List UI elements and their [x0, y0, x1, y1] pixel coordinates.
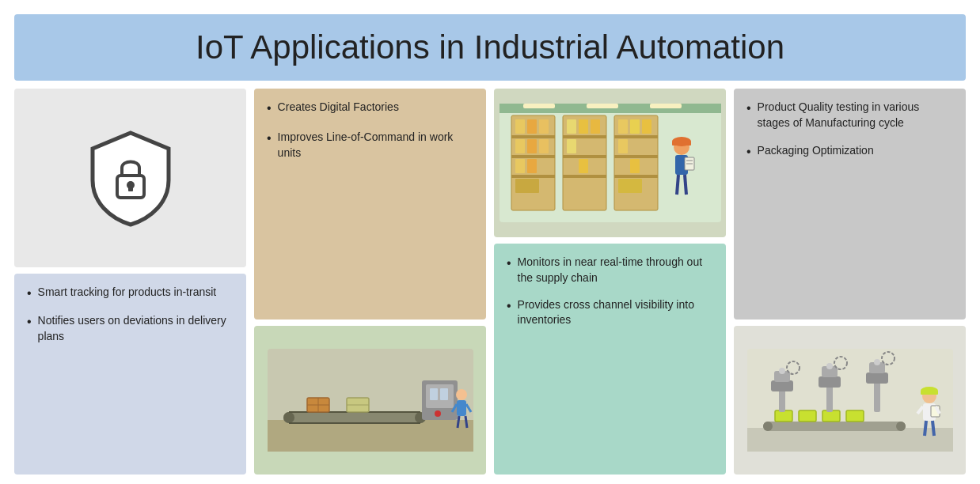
svg-line-24 — [458, 416, 459, 428]
svg-line-68 — [685, 175, 686, 195]
svg-rect-81 — [779, 388, 785, 412]
svg-rect-85 — [826, 384, 833, 412]
svg-rect-70 — [587, 104, 618, 108]
col1: Smart tracking for products in-transit N… — [14, 89, 246, 475]
svg-rect-35 — [515, 139, 525, 153]
svg-rect-47 — [591, 119, 600, 134]
svg-rect-58 — [630, 159, 640, 173]
svg-point-92 — [874, 359, 880, 365]
svg-rect-56 — [642, 119, 651, 134]
svg-rect-90 — [866, 372, 888, 384]
svg-rect-71 — [650, 104, 682, 108]
col2-text-box: Creates Digital Factories Improves Line-… — [254, 89, 486, 320]
svg-point-76 — [896, 422, 906, 431]
col2-bullet1: Creates Digital Factories — [267, 100, 473, 117]
col1-text-box: Smart tracking for products in-transit N… — [14, 274, 246, 475]
svg-rect-18 — [440, 388, 448, 400]
header-banner: IoT Applications in Industrial Automatio… — [14, 14, 966, 81]
col4: Product Quality testing in various stage… — [734, 89, 966, 475]
col2: Creates Digital Factories Improves Line-… — [254, 89, 486, 475]
svg-point-19 — [435, 410, 441, 417]
robot-assembly-icon — [747, 349, 953, 452]
factory-conveyor-icon — [268, 349, 473, 452]
svg-rect-33 — [527, 119, 537, 134]
svg-rect-73 — [747, 428, 953, 452]
col3: Monitors in near real-time through out t… — [494, 89, 726, 475]
svg-rect-48 — [567, 139, 576, 153]
col4-bullet1: Product Quality testing in various stage… — [746, 100, 953, 130]
svg-rect-34 — [539, 119, 549, 134]
col1-bullet2: Notifies users on deviations in delivery… — [27, 313, 234, 344]
page-wrapper: IoT Applications in Industrial Automatio… — [0, 0, 980, 484]
svg-rect-51 — [614, 135, 658, 138]
svg-rect-21 — [457, 400, 466, 416]
svg-rect-40 — [515, 179, 539, 193]
shield-icon — [83, 127, 178, 229]
warehouse-image-box — [494, 89, 726, 237]
svg-point-88 — [826, 363, 833, 369]
svg-rect-80 — [846, 410, 864, 422]
col3-text-box: Monitors in near real-time through out t… — [494, 244, 726, 475]
svg-rect-49 — [579, 159, 588, 173]
svg-rect-37 — [539, 139, 549, 153]
svg-rect-46 — [579, 119, 588, 134]
svg-rect-78 — [799, 410, 816, 422]
svg-rect-17 — [430, 388, 438, 400]
svg-rect-82 — [771, 380, 793, 391]
content-grid: Smart tracking for products in-transit N… — [14, 89, 966, 475]
svg-rect-39 — [527, 159, 537, 173]
col3-bullet1: Monitors in near real-time through out t… — [507, 255, 713, 285]
svg-rect-57 — [618, 139, 628, 153]
svg-point-75 — [763, 422, 773, 431]
svg-rect-55 — [630, 119, 640, 134]
page-title: IoT Applications in Industrial Automatio… — [196, 28, 784, 66]
svg-rect-31 — [511, 175, 555, 178]
svg-rect-44 — [563, 175, 606, 178]
svg-rect-5 — [283, 412, 426, 423]
svg-rect-42 — [563, 135, 606, 138]
svg-rect-62 — [672, 142, 691, 146]
svg-rect-45 — [567, 119, 576, 134]
svg-line-100 — [925, 421, 926, 436]
svg-point-84 — [779, 368, 785, 374]
svg-rect-52 — [614, 155, 658, 158]
svg-rect-54 — [618, 119, 628, 134]
svg-rect-4 — [268, 420, 473, 452]
svg-rect-2 — [128, 185, 133, 191]
svg-rect-95 — [921, 391, 938, 395]
svg-rect-30 — [511, 155, 555, 158]
col3-bullet2: Provides cross channel visibility into i… — [507, 297, 713, 328]
svg-rect-59 — [618, 179, 642, 193]
svg-line-101 — [933, 421, 934, 436]
shield-image-box — [14, 89, 246, 267]
svg-rect-86 — [819, 376, 841, 388]
factory-image-box — [254, 326, 486, 475]
warehouse-icon — [499, 104, 721, 222]
svg-rect-36 — [527, 139, 537, 153]
svg-rect-53 — [614, 175, 658, 178]
col4-bullet2: Packaging Optimization — [746, 143, 953, 161]
svg-rect-69 — [523, 104, 555, 108]
svg-point-6 — [283, 412, 294, 423]
svg-rect-43 — [563, 155, 606, 158]
svg-line-67 — [677, 175, 678, 195]
svg-rect-74 — [763, 422, 906, 431]
col1-bullet1: Smart tracking for products in-transit — [27, 285, 234, 302]
svg-rect-89 — [874, 382, 880, 412]
col4-text-box: Product Quality testing in various stage… — [734, 89, 966, 320]
col2-bullet2: Improves Line-of-Command in work units — [267, 130, 473, 161]
svg-point-20 — [456, 389, 467, 400]
svg-line-25 — [465, 416, 467, 428]
robot-image-box — [734, 326, 966, 475]
svg-rect-32 — [515, 119, 525, 134]
svg-rect-29 — [511, 135, 555, 138]
svg-rect-38 — [515, 159, 525, 173]
svg-rect-79 — [822, 410, 840, 422]
svg-rect-77 — [775, 410, 792, 422]
